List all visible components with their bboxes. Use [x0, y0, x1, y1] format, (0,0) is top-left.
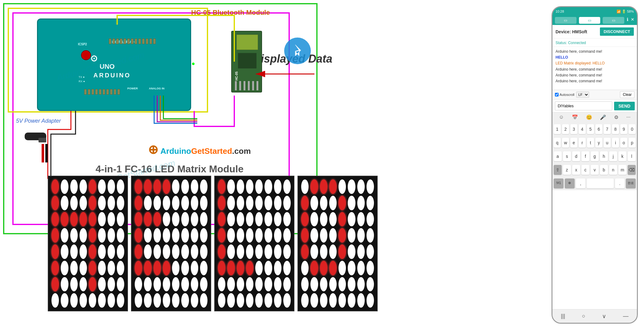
nav-recent-apps[interactable]: ||| [561, 313, 565, 319]
key-9[interactable]: 9 [620, 124, 627, 134]
nav-home[interactable]: ○ [582, 313, 585, 319]
led-dot [329, 212, 337, 227]
key-x[interactable]: x [572, 165, 580, 175]
clear-button[interactable]: Clear [620, 91, 634, 98]
led-dot [200, 179, 207, 194]
nav-back[interactable]: ∨ [602, 313, 606, 320]
led-dot [154, 196, 161, 210]
pin [113, 39, 115, 44]
phone-tab-2[interactable]: ▭ [579, 17, 601, 24]
key-y[interactable]: y [595, 138, 602, 148]
emoji-more[interactable]: ··· [626, 114, 630, 120]
led-dot [255, 277, 263, 292]
led-dot [144, 244, 151, 259]
emoji-mic[interactable]: 🎤 [600, 114, 606, 120]
key-d[interactable]: d [572, 151, 580, 161]
key-1[interactable]: 1 [554, 124, 561, 134]
pin [110, 89, 113, 95]
led-dot [70, 277, 78, 292]
key-space[interactable] [587, 178, 613, 188]
key-c[interactable]: c [581, 165, 589, 175]
emoji-gear[interactable]: ⚙ [614, 114, 618, 120]
phone-tabs[interactable]: ▭ ▭ ▭ ℹ ✕ [552, 16, 637, 25]
key-a[interactable]: a [554, 151, 562, 161]
message-2: HELLO [556, 55, 634, 60]
key-j[interactable]: j [609, 151, 617, 161]
key-e[interactable]: e [570, 138, 577, 148]
key-k[interactable]: k [618, 151, 626, 161]
key-done[interactable]: 완료 [626, 178, 636, 188]
autoscroll-checkbox[interactable] [555, 93, 559, 96]
send-input[interactable] [555, 101, 612, 110]
pin [84, 89, 87, 95]
key-backspace[interactable]: ⌫ [628, 165, 636, 175]
nav-minimize[interactable]: — [623, 313, 629, 319]
led-dot [227, 228, 235, 243]
key-0[interactable]: 0 [629, 124, 636, 134]
emoji-calendar[interactable]: 📅 [572, 114, 578, 120]
key-7[interactable]: 7 [604, 124, 611, 134]
led-dot [172, 261, 179, 275]
key-8[interactable]: 8 [612, 124, 619, 134]
keyboard-row-3: ⇧ z x c v b n m ⌫ [552, 163, 637, 177]
phone-tab-3[interactable]: ▭ [603, 17, 624, 24]
key-l[interactable]: l [628, 151, 636, 161]
led-dot [191, 261, 198, 275]
key-shift[interactable]: ⇧ [554, 165, 562, 175]
phone-tab-1[interactable]: ▭ [555, 17, 576, 24]
hc05-pin [256, 81, 258, 90]
key-period[interactable]: . [615, 178, 625, 188]
disconnect-button[interactable]: DISCONNECT [600, 27, 634, 36]
lf-select[interactable]: LF NL CR [576, 92, 589, 98]
autoscroll-label[interactable]: Autoscroll [555, 93, 574, 96]
led-dot [283, 179, 291, 194]
info-icon[interactable]: ℹ [627, 17, 628, 24]
key-s[interactable]: s [563, 151, 571, 161]
key-6[interactable]: 6 [595, 124, 602, 134]
close-icon[interactable]: ✕ [631, 17, 634, 24]
led-dot [310, 244, 318, 259]
key-w[interactable]: w [562, 138, 569, 148]
key-r[interactable]: r [579, 138, 586, 148]
phone-header-action-icons: ℹ ✕ [627, 17, 634, 24]
led-dot [80, 179, 87, 194]
key-v[interactable]: v [591, 165, 599, 175]
led-dot [172, 228, 179, 243]
hc05-pin [239, 81, 241, 90]
key-t[interactable]: t [587, 138, 594, 148]
led-dot [237, 293, 244, 308]
key-z[interactable]: z [563, 165, 571, 175]
key-5[interactable]: 5 [587, 124, 594, 134]
key-num-toggle[interactable]: !#1 [554, 178, 564, 188]
key-3[interactable]: 3 [570, 124, 577, 134]
key-2[interactable]: 2 [562, 124, 569, 134]
emoji-face[interactable]: 😊 [586, 114, 592, 120]
key-globe[interactable]: ⊕ [565, 178, 575, 188]
led-dot [135, 228, 142, 243]
message-3: LED Matrix displayed: HELLO [556, 60, 634, 66]
key-4[interactable]: 4 [579, 124, 586, 134]
message-area[interactable]: Arduino here, command me! HELLO LED Matr… [552, 47, 637, 90]
key-comma[interactable]: , [576, 178, 586, 188]
led-dot [320, 179, 327, 194]
led-dot [310, 261, 318, 275]
key-n[interactable]: n [609, 165, 617, 175]
led-dot [357, 293, 365, 308]
key-i[interactable]: i [612, 138, 619, 148]
key-h[interactable]: h [600, 151, 608, 161]
led-dot [135, 293, 142, 308]
led-dot [283, 277, 291, 292]
led-dot [80, 228, 87, 243]
key-p[interactable]: p [629, 138, 636, 148]
emoji-smiley[interactable]: ☺ [559, 114, 564, 120]
key-f[interactable]: f [581, 151, 589, 161]
key-o[interactable]: o [620, 138, 627, 148]
key-u[interactable]: u [604, 138, 611, 148]
led-dot [246, 196, 253, 210]
key-g[interactable]: g [591, 151, 599, 161]
send-button[interactable]: SEND [614, 102, 635, 110]
led-dot [70, 244, 78, 259]
key-q[interactable]: q [554, 138, 561, 148]
key-b[interactable]: b [600, 165, 608, 175]
key-m[interactable]: m [618, 165, 626, 175]
